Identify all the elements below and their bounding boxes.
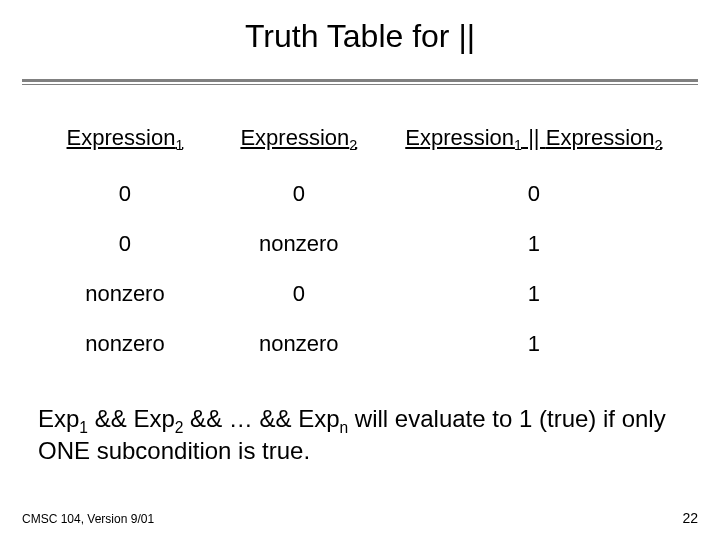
table-row: nonzero nonzero 1	[38, 319, 682, 369]
slide-number: 22	[682, 510, 698, 526]
cell: 0	[212, 169, 386, 219]
table-row: 0 nonzero 1	[38, 219, 682, 269]
cell: nonzero	[38, 319, 212, 369]
header-text: Expression	[546, 125, 655, 150]
truth-table: Expression1 Expression2 Expression1 || E…	[38, 115, 682, 369]
header-sub: 2	[655, 137, 663, 153]
note-segment: && … && Exp	[183, 405, 339, 432]
cell: 0	[386, 169, 682, 219]
cell: 1	[386, 319, 682, 369]
col-header-result: Expression1 || Expression2	[386, 115, 682, 169]
note-segment: && Exp	[88, 405, 175, 432]
divider	[22, 79, 698, 85]
footer-course: CMSC 104, Version 9/01	[22, 512, 154, 526]
col-header-expr1: Expression1	[38, 115, 212, 169]
note-text: Exp1 && Exp2 && … && Expn will evaluate …	[0, 369, 720, 468]
cell: 0	[38, 219, 212, 269]
cell: nonzero	[212, 319, 386, 369]
header-text: Expression	[67, 125, 176, 150]
cell: 0	[38, 169, 212, 219]
col-header-expr2: Expression2	[212, 115, 386, 169]
header-text: Expression	[240, 125, 349, 150]
header-op: ||	[522, 125, 546, 150]
cell: nonzero	[38, 269, 212, 319]
cell: 1	[386, 219, 682, 269]
table-header-row: Expression1 Expression2 Expression1 || E…	[38, 115, 682, 169]
note-segment: Exp	[38, 405, 79, 432]
header-sub: 1	[175, 137, 183, 153]
cell: nonzero	[212, 219, 386, 269]
header-sub: 1	[514, 137, 522, 153]
slide-title: Truth Table for ||	[0, 0, 720, 73]
header-sub: 2	[349, 137, 357, 153]
table-area: Expression1 Expression2 Expression1 || E…	[0, 85, 720, 369]
table-row: 0 0 0	[38, 169, 682, 219]
header-text: Expression	[405, 125, 514, 150]
note-sub: 1	[79, 419, 88, 436]
cell: 0	[212, 269, 386, 319]
note-sub: n	[340, 419, 349, 436]
table-row: nonzero 0 1	[38, 269, 682, 319]
slide: Truth Table for || Expression1 Expressio…	[0, 0, 720, 540]
cell: 1	[386, 269, 682, 319]
